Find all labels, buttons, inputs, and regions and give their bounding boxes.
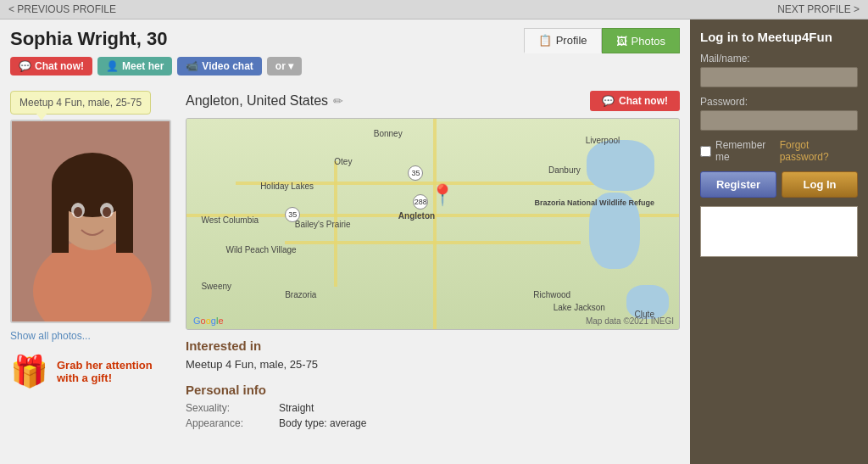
map-attribution: Map data ©2021 INEGI	[586, 316, 674, 326]
user-icon: 👤	[106, 60, 119, 72]
sidebar: Log in to Meetup4Fun Mail/name: Password…	[690, 20, 868, 464]
right-column: Angleton, United States ✏ 💬 Chat now!	[186, 91, 680, 433]
action-buttons: 💬 Chat now! 👤 Meet her 📹 Video chat	[10, 57, 302, 75]
chat-now-button-2[interactable]: 💬 Chat now!	[590, 91, 680, 111]
or-button[interactable]: or ▾	[267, 57, 302, 75]
video-chat-button[interactable]: 📹 Video chat	[177, 57, 261, 75]
svg-point-9	[103, 207, 111, 217]
interested-in-title: Interested in	[186, 338, 680, 353]
map-area: Bonney Liverpool Otey Danbury Holiday La…	[186, 118, 680, 330]
map-label-danbury: Danbury	[548, 165, 581, 175]
photo-silhouette	[12, 121, 170, 321]
svg-rect-5	[116, 185, 133, 253]
remember-me-checkbox[interactable]	[700, 146, 711, 157]
map-pin: 📍	[430, 183, 455, 207]
map-label-angleton: Angleton	[398, 211, 435, 221]
chat-icon: 💬	[19, 60, 31, 72]
map-background: Bonney Liverpool Otey Danbury Holiday La…	[186, 119, 679, 329]
map-label-holiday-lakes: Holiday Lakes	[260, 182, 314, 191]
two-col-layout: Meetup 4 Fun, male, 25-75	[10, 91, 680, 433]
map-label-brazoria-nwr: Brazoria National Wildlife Refuge	[535, 198, 654, 207]
google-logo: Google	[193, 316, 224, 326]
sidebar-buttons: Register Log In	[700, 171, 858, 198]
interested-in-content: Meetup 4 Fun, male, 25-75	[186, 358, 680, 371]
info-row-appearance: Appearance: Body type: average	[186, 417, 680, 429]
map-label-richwood: Richwood	[533, 290, 570, 299]
photos-icon: 🖼	[616, 35, 627, 48]
personal-info-title: Personal info	[186, 383, 680, 397]
sidebar-title: Log in to Meetup4Fun	[700, 30, 858, 44]
top-navigation: < PREVIOUS PROFILE NEXT PROFILE >	[0, 0, 868, 20]
appearance-label: Appearance:	[186, 417, 279, 429]
map-label-wild-peach: Wild Peach Village	[225, 245, 296, 254]
gift-icon: 🎁	[10, 354, 48, 389]
info-row-sexuality: Sexuality: Straight	[186, 402, 680, 414]
sexuality-value: Straight	[279, 402, 314, 414]
profile-icon: 📋	[538, 34, 552, 47]
password-label: Password:	[700, 96, 858, 108]
prev-profile-link[interactable]: < PREVIOUS PROFILE	[8, 3, 116, 15]
show-all-photos-link[interactable]: Show all photos...	[10, 330, 91, 342]
meet-her-button[interactable]: 👤 Meet her	[97, 57, 172, 75]
gift-text: Grab her attention with a gift!	[57, 359, 175, 384]
map-label-bonney: Bonney	[374, 129, 403, 138]
map-label-brazoria: Brazoria	[285, 290, 316, 299]
appearance-value: Body type: average	[279, 417, 366, 429]
mail-label: Mail/name:	[700, 53, 858, 64]
remember-left: Remember me	[700, 139, 780, 163]
profile-name: Sophia Wright, 30	[10, 28, 167, 50]
map-label-sweeny: Sweeny	[201, 282, 231, 291]
sexuality-label: Sexuality:	[186, 402, 279, 414]
profile-header: Sophia Wright, 30	[10, 28, 302, 50]
chat-now-button[interactable]: 💬 Chat now!	[10, 57, 92, 75]
next-profile-link[interactable]: NEXT PROFILE >	[777, 3, 860, 15]
remember-me-label: Remember me	[715, 139, 780, 163]
tabs-bar: 📋 Profile 🖼 Photos	[524, 28, 680, 53]
photo-svg	[12, 121, 171, 323]
map-label-lake-jackson: Lake Jackson	[554, 303, 605, 312]
location-text: Angleton, United States ✏	[186, 93, 343, 109]
map-label-liverpool: Liverpool	[586, 136, 620, 145]
gift-box: 🎁 Grab her attention with a gift!	[10, 354, 175, 389]
map-label-otey: Otey	[334, 157, 352, 166]
tab-profile[interactable]: 📋 Profile	[524, 28, 602, 53]
profile-photo	[10, 120, 171, 323]
register-button[interactable]: Register	[700, 171, 776, 198]
highway-288b: 288	[413, 194, 428, 210]
highway-35: 35	[408, 165, 423, 181]
content-area: Sophia Wright, 30 💬 Chat now! 👤 Meet her	[0, 20, 690, 464]
svg-rect-4	[52, 185, 69, 253]
tab-photos[interactable]: 🖼 Photos	[602, 28, 680, 53]
show-photos: Show all photos...	[10, 330, 175, 342]
svg-point-8	[74, 207, 82, 217]
gift-link[interactable]: Grab her attention with a gift!	[57, 359, 153, 384]
edit-location-icon[interactable]: ✏	[333, 94, 343, 108]
remember-row: Remember me Forgot password?	[700, 139, 858, 163]
location-bar: Angleton, United States ✏ 💬 Chat now!	[186, 91, 680, 111]
chat-icon-2: 💬	[602, 95, 615, 107]
forgot-password-link[interactable]: Forgot password?	[780, 139, 858, 163]
mail-input[interactable]	[700, 67, 858, 87]
tooltip-bubble: Meetup 4 Fun, male, 25-75	[10, 91, 151, 115]
left-column: Meetup 4 Fun, male, 25-75	[10, 91, 175, 433]
sidebar-ad-box	[700, 206, 858, 257]
password-input[interactable]	[700, 110, 858, 131]
map-label-baileys-prairie: Bailey's Prairie	[295, 220, 351, 229]
login-button[interactable]: Log In	[782, 171, 858, 198]
video-icon: 📹	[186, 60, 198, 72]
map-label-west-columbia: West Columbia	[201, 215, 259, 225]
